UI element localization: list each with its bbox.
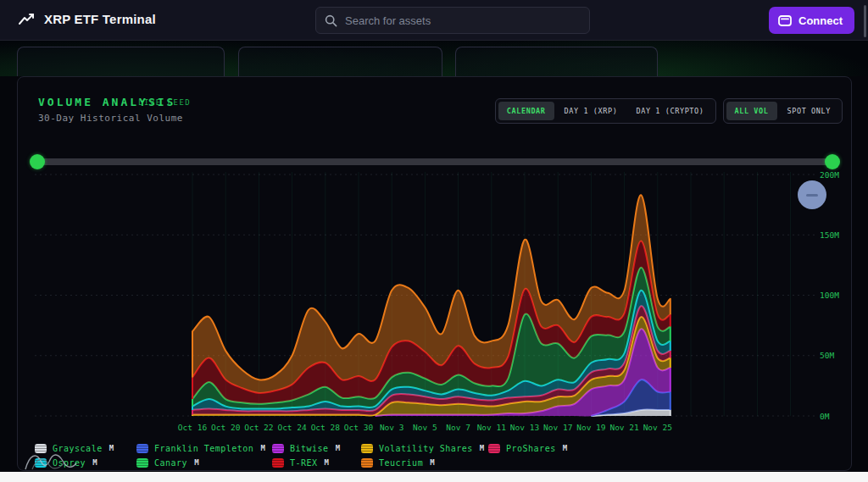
x-axis-tick-label: Nov 25 — [643, 423, 672, 432]
legend-item-volatility-shares[interactable]: Volatility SharesM — [361, 441, 488, 455]
scrollbar-thumb[interactable] — [864, 5, 866, 37]
app-title: XRP ETF Terminal — [44, 12, 156, 26]
wallet-icon — [778, 15, 792, 26]
view-button-calendar[interactable]: CALENDAR — [498, 102, 554, 120]
filter-button-spot-only[interactable]: SPOT ONLY — [779, 102, 839, 120]
legend-item-grayscale[interactable]: GrayscaleM — [35, 441, 136, 455]
filter-button-all-vol[interactable]: ALL VOL — [726, 102, 777, 120]
x-axis-tick-label: Nov 7 — [446, 423, 470, 432]
legend-item-franklin-templeton[interactable]: Franklin TempletonM — [136, 441, 272, 455]
legend-label: Osprey — [53, 458, 86, 468]
zoom-out-button[interactable] — [798, 180, 826, 209]
live-feed-badge: LIVE FEED — [138, 98, 191, 107]
x-axis-tick-label: Nov 21 — [609, 423, 639, 432]
y-axis-tick-label: 150M — [820, 230, 839, 240]
legend-label: T-REX — [290, 458, 318, 468]
legend-label: Teucrium — [379, 458, 423, 468]
volume-analysis-panel: VOLUME ANALYSIS LIVE FEED 30-Day Histori… — [17, 76, 852, 471]
chart-legend: GrayscaleMFranklin TempletonMBitwiseMVol… — [35, 441, 567, 469]
summary-card-strip — [0, 41, 868, 76]
legend-marker-badge: M — [336, 444, 340, 452]
x-axis-tick-label: Nov 3 — [380, 423, 404, 432]
legend-marker-badge: M — [325, 458, 329, 467]
view-button-day-1-xrp[interactable]: DAY 1 (XRP) — [556, 102, 626, 120]
volume-filter-group: ALL VOLSPOT ONLY — [723, 98, 843, 124]
legend-label: Volatility Shares — [379, 444, 473, 453]
summary-card-1 — [17, 47, 225, 76]
legend-item-osprey[interactable]: OspreyM — [35, 456, 136, 469]
legend-item-canary[interactable]: CanaryM — [136, 456, 272, 469]
legend-marker-badge: M — [194, 458, 198, 467]
summary-card-3 — [455, 47, 658, 76]
legend-marker-badge: M — [260, 444, 264, 452]
toolbar: CALENDARDAY 1 (XRP)DAY 1 (CRYPTO) ALL VO… — [495, 98, 843, 124]
legend-marker-badge: M — [430, 458, 434, 467]
search-icon — [325, 14, 337, 27]
x-axis-tick-label: Oct 30 — [344, 423, 374, 432]
x-axis-tick-label: Oct 16 — [178, 423, 208, 432]
legend-item-bitwise[interactable]: BitwiseM — [272, 441, 361, 455]
x-axis-tick-label: Oct 24 — [277, 423, 307, 432]
range-slider-handle-right[interactable] — [825, 154, 840, 169]
legend-item-proshares[interactable]: ProSharesM — [488, 441, 567, 455]
legend-swatch-icon — [136, 444, 148, 453]
legend-swatch-icon — [272, 444, 284, 453]
topbar: XRP ETF Terminal Connect — [0, 0, 868, 41]
legend-swatch-icon — [35, 458, 47, 468]
legend-marker-badge: M — [563, 444, 567, 452]
trend-line-logo-icon — [19, 13, 36, 26]
legend-item-t-rex[interactable]: T-REXM — [272, 456, 361, 469]
summary-card-2 — [238, 47, 442, 76]
x-axis-tick-label: Nov 13 — [510, 423, 539, 432]
panel-subtitle: 30-Day Historical Volume — [38, 113, 183, 124]
stacked-area-chart[interactable]: 0M50M100M150M200MOct 16Oct 20Oct 22Oct 2… — [26, 172, 844, 436]
y-axis-tick-label: 200M — [820, 172, 839, 180]
legend-marker-badge: M — [109, 444, 114, 452]
legend-marker-badge: M — [92, 458, 97, 467]
brand: XRP ETF Terminal — [19, 12, 156, 26]
legend-swatch-icon — [136, 458, 148, 468]
x-axis-tick-label: Nov 5 — [413, 423, 437, 432]
x-axis-tick-label: Nov 17 — [543, 423, 572, 432]
x-axis-tick-label: Nov 11 — [477, 423, 507, 432]
legend-swatch-icon — [35, 444, 47, 453]
view-button-day-1-crypto[interactable]: DAY 1 (CRYPTO) — [627, 102, 712, 120]
search-box[interactable] — [315, 7, 590, 34]
legend-swatch-icon — [361, 444, 373, 453]
y-axis-tick-label: 0M — [820, 412, 830, 421]
y-axis-tick-label: 100M — [820, 291, 839, 300]
legend-label: Bitwise — [290, 444, 329, 453]
search-input[interactable] — [345, 14, 581, 27]
x-axis-tick-label: Oct 28 — [311, 423, 341, 432]
view-mode-group: CALENDARDAY 1 (XRP)DAY 1 (CRYPTO) — [495, 98, 716, 124]
legend-empty-cell — [488, 456, 567, 469]
legend-swatch-icon — [361, 458, 373, 468]
legend-label: Canary — [154, 458, 187, 468]
connect-wallet-button[interactable]: Connect — [769, 7, 854, 34]
y-axis-tick-label: 50M — [820, 351, 834, 360]
legend-swatch-icon — [488, 444, 500, 453]
legend-item-teucrium[interactable]: TeucriumM — [361, 456, 488, 469]
legend-label: Franklin Templeton — [154, 444, 253, 453]
date-range-slider-track[interactable] — [36, 158, 832, 165]
legend-label: Grayscale — [53, 444, 103, 453]
connect-label: Connect — [798, 14, 843, 27]
page-bottom-gap — [0, 472, 868, 482]
x-axis-tick-label: Nov 19 — [576, 423, 606, 432]
legend-swatch-icon — [272, 458, 284, 468]
x-axis-tick-label: Oct 20 — [211, 423, 241, 432]
legend-marker-badge: M — [480, 444, 484, 452]
range-slider-handle-left[interactable] — [30, 154, 45, 169]
x-axis-tick-label: Oct 22 — [244, 423, 273, 432]
legend-label: ProShares — [506, 444, 556, 453]
